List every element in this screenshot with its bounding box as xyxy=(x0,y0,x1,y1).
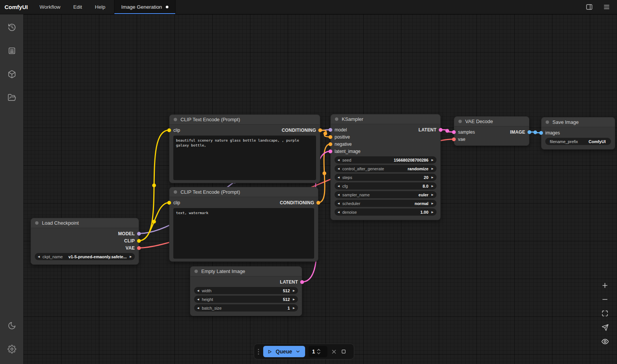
step-down-icon[interactable] xyxy=(317,352,321,355)
widget-next-arrow[interactable]: ▶ xyxy=(432,211,433,213)
widget-next-arrow[interactable]: ▶ xyxy=(293,307,295,309)
queue-drag-handle[interactable] xyxy=(257,349,260,355)
collapse-dot[interactable] xyxy=(35,221,39,225)
collapse-dot[interactable] xyxy=(194,270,198,273)
hamburger-menu-icon[interactable] xyxy=(602,3,611,12)
prompt-textarea[interactable]: text, watermark xyxy=(173,208,314,259)
widget-prev-arrow[interactable]: ◀ xyxy=(338,211,339,213)
widget-prev-arrow[interactable]: ◀ xyxy=(38,255,40,258)
widget-ckpt-name[interactable]: ◀ ckpt_name v1-5-pruned-emaonly.safete..… xyxy=(35,253,135,260)
menu-help[interactable]: Help xyxy=(88,0,112,14)
widget-prev-arrow[interactable]: ◀ xyxy=(338,202,339,205)
workflows-folder-icon[interactable] xyxy=(4,90,19,105)
node-library-icon[interactable] xyxy=(4,66,19,82)
node-title-bar[interactable]: Empty Latent Image xyxy=(190,267,302,276)
node-load-checkpoint[interactable]: Load Checkpoint MODEL CLIP VAE ◀ ckpt_na… xyxy=(31,218,139,265)
batch-count-input[interactable]: 1 xyxy=(308,346,327,357)
node-ksampler[interactable]: KSampler model LATENT positive negative … xyxy=(330,114,441,220)
widget-scheduler[interactable]: ◀ scheduler normal ▶ xyxy=(335,200,437,207)
output-port-image[interactable] xyxy=(528,130,531,134)
widget-next-arrow[interactable]: ▶ xyxy=(293,289,295,292)
prompt-textarea[interactable]: beautiful scenery nature glass bottle la… xyxy=(173,136,316,180)
widget-filename-prefix[interactable]: filename_prefix ComfyUI xyxy=(545,138,611,145)
widget-next-arrow[interactable]: ▶ xyxy=(293,298,295,301)
toggle-link-visibility-eye-icon[interactable] xyxy=(600,337,609,346)
widget-steps[interactable]: ◀ steps 20 ▶ xyxy=(335,174,437,181)
node-title-bar[interactable]: Save Image xyxy=(541,117,615,127)
fit-view-button[interactable] xyxy=(600,309,609,318)
zoom-out-button[interactable] xyxy=(600,295,609,304)
queue-button[interactable]: Queue xyxy=(263,346,305,357)
widget-seed[interactable]: ◀ seed 156680208700286 ▶ xyxy=(335,156,437,163)
widget-next-arrow[interactable]: ▶ xyxy=(432,159,433,161)
settings-gear-icon[interactable] xyxy=(4,341,19,356)
node-title-bar[interactable]: KSampler xyxy=(331,114,440,124)
output-port-vae[interactable] xyxy=(137,246,141,250)
output-port-model[interactable] xyxy=(137,232,141,236)
input-port-samples[interactable] xyxy=(452,130,456,134)
theme-toggle-moon-icon[interactable] xyxy=(4,318,19,333)
select-mode-button[interactable] xyxy=(600,323,609,332)
input-port-clip[interactable] xyxy=(167,128,171,132)
chevron-down-icon[interactable] xyxy=(295,349,301,354)
widget-width[interactable]: ◀ width 512 ▶ xyxy=(194,287,298,294)
widget-prev-arrow[interactable]: ◀ xyxy=(338,167,339,170)
widget-prev-arrow[interactable]: ◀ xyxy=(338,176,339,179)
node-title-bar[interactable]: VAE Decode xyxy=(454,117,529,126)
collapse-dot[interactable] xyxy=(458,120,462,123)
collapse-dot[interactable] xyxy=(335,117,338,121)
widget-next-arrow[interactable]: ▶ xyxy=(432,176,433,179)
output-port-conditioning[interactable] xyxy=(318,128,322,132)
menu-workflow[interactable]: Workflow xyxy=(33,0,67,14)
widget-prev-arrow[interactable]: ◀ xyxy=(197,307,199,309)
graph-canvas[interactable]: Load Checkpoint MODEL CLIP VAE ◀ ckpt_na… xyxy=(23,14,617,364)
node-title-bar[interactable]: CLIP Text Encode (Prompt) xyxy=(170,187,318,197)
zoom-in-button[interactable] xyxy=(600,281,609,290)
input-port-positive[interactable] xyxy=(329,135,332,139)
widget-prev-arrow[interactable]: ◀ xyxy=(197,289,199,292)
input-port-clip[interactable] xyxy=(167,201,171,205)
workflow-tab[interactable]: Image Generation xyxy=(114,0,176,14)
widget-sampler-name[interactable]: ◀ sampler_name euler ▶ xyxy=(335,191,437,198)
node-save-image[interactable]: Save Image images filename_prefix ComfyU… xyxy=(541,117,615,150)
widget-next-arrow[interactable]: ▶ xyxy=(432,193,433,196)
node-title-bar[interactable]: Load Checkpoint xyxy=(31,218,139,228)
widget-denoise[interactable]: ◀ denoise 1.00 ▶ xyxy=(335,208,437,216)
widget-prev-arrow[interactable]: ◀ xyxy=(338,159,339,161)
widget-height[interactable]: ◀ height 512 ▶ xyxy=(194,296,298,303)
queue-panel-icon[interactable] xyxy=(4,43,19,58)
widget-control-after-generate[interactable]: ◀ control_after_generate randomize ▶ xyxy=(335,165,437,172)
input-port-model[interactable] xyxy=(329,128,332,132)
collapse-dot[interactable] xyxy=(174,118,177,121)
widget-next-arrow[interactable]: ▶ xyxy=(432,202,433,205)
output-port-latent[interactable] xyxy=(300,280,304,284)
widget-prev-arrow[interactable]: ◀ xyxy=(338,193,339,196)
widget-prev-arrow[interactable]: ◀ xyxy=(197,298,199,301)
node-empty-latent-image[interactable]: Empty Latent Image LATENT ◀ width 512 ▶ … xyxy=(190,266,302,316)
step-up-icon[interactable] xyxy=(317,349,321,351)
clear-queue-icon[interactable] xyxy=(331,349,337,355)
toggle-panel-icon[interactable] xyxy=(585,3,594,12)
output-port-conditioning[interactable] xyxy=(316,201,320,205)
input-port-latent-image[interactable] xyxy=(329,150,332,153)
interrupt-stop-icon[interactable] xyxy=(341,349,347,355)
widget-next-arrow[interactable]: ▶ xyxy=(432,185,433,187)
node-clip-text-encode-negative[interactable]: CLIP Text Encode (Prompt) clip CONDITION… xyxy=(169,187,318,262)
node-title-bar[interactable]: CLIP Text Encode (Prompt) xyxy=(170,115,320,125)
collapse-dot[interactable] xyxy=(546,120,549,124)
comfyui-logo[interactable]: ComfyUI xyxy=(0,0,33,14)
node-clip-text-encode-positive[interactable]: CLIP Text Encode (Prompt) clip CONDITION… xyxy=(169,114,320,183)
history-icon[interactable] xyxy=(4,20,19,35)
input-port-vae[interactable] xyxy=(452,137,456,141)
widget-prev-arrow[interactable]: ◀ xyxy=(338,185,339,187)
widget-batch-size[interactable]: ◀ batch_size 1 ▶ xyxy=(194,304,298,312)
input-port-images[interactable] xyxy=(539,131,543,135)
collapse-dot[interactable] xyxy=(174,190,177,194)
widget-next-arrow[interactable]: ▶ xyxy=(432,167,433,170)
output-port-clip[interactable] xyxy=(137,239,141,243)
menu-edit[interactable]: Edit xyxy=(67,0,88,14)
widget-next-arrow[interactable]: ▶ xyxy=(130,255,132,258)
node-vae-decode[interactable]: VAE Decode samples IMAGE vae xyxy=(454,116,529,146)
output-port-latent[interactable] xyxy=(439,128,443,132)
input-port-negative[interactable] xyxy=(329,142,332,146)
